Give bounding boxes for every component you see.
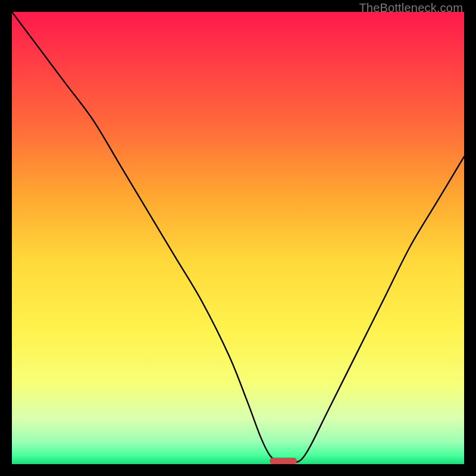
plot-area	[12, 12, 464, 464]
watermark-text: TheBottleneck.com	[359, 1, 463, 15]
bottleneck-curve	[12, 12, 464, 464]
curve-layer	[12, 12, 464, 464]
bottleneck-chart: TheBottleneck.com	[0, 0, 476, 476]
optimal-marker	[270, 458, 297, 464]
